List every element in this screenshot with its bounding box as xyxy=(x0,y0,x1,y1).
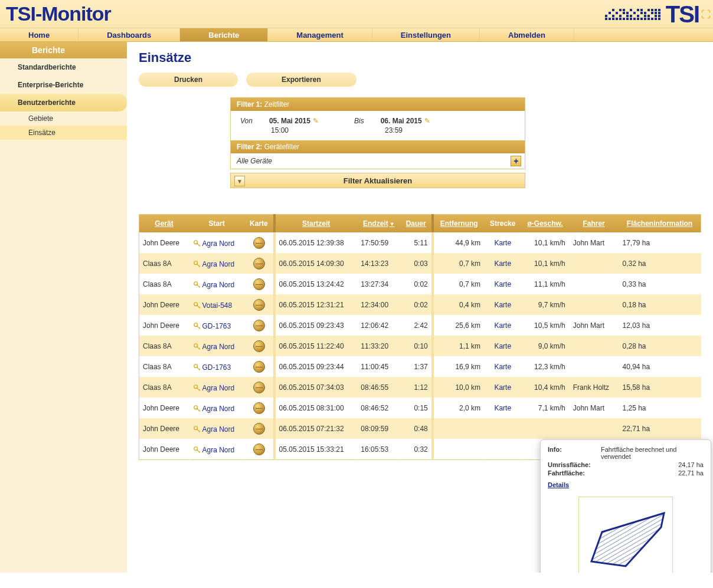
print-button[interactable]: Drucken xyxy=(139,73,238,87)
cell-strecke[interactable]: Karte xyxy=(485,315,521,336)
cell-strecke[interactable]: Karte xyxy=(485,232,521,253)
table-row: John DeereAgra Nord06.05.2015 08:31:0008… xyxy=(139,398,701,418)
cell-geraet: John Deere xyxy=(139,439,189,460)
main-nav: Home Dashboards Berichte Management Eins… xyxy=(0,28,713,42)
cell-strecke[interactable]: Karte xyxy=(485,356,521,377)
cell-start[interactable]: Agra Nord xyxy=(189,274,244,294)
globe-icon[interactable] xyxy=(253,258,265,270)
col-fahrer[interactable]: Fahrer xyxy=(569,215,619,233)
add-filter-button[interactable]: + xyxy=(511,156,521,166)
globe-icon[interactable] xyxy=(253,278,265,290)
cell-karte[interactable] xyxy=(244,377,274,398)
table-row: John DeereGD-176306.05.2015 09:23:4312:0… xyxy=(139,315,701,336)
cell-karte[interactable] xyxy=(244,274,274,294)
cell-karte[interactable] xyxy=(244,315,274,336)
cell-flaeche[interactable]: 22,71 ha xyxy=(619,418,701,439)
sidebar-item-benutzerberichte[interactable]: Benutzerberichte xyxy=(0,94,127,111)
key-icon xyxy=(193,239,201,248)
col-dauer[interactable]: Dauer xyxy=(401,215,433,233)
cell-strecke[interactable]: Karte xyxy=(485,253,521,274)
svg-line-16 xyxy=(197,346,199,349)
to-date[interactable]: 06. Mai 2015 xyxy=(381,117,422,125)
cell-dauer: 0:32 xyxy=(401,439,433,460)
cell-endzeit: 11:00:45 xyxy=(357,356,401,377)
cell-strecke[interactable]: Karte xyxy=(485,377,521,398)
cell-flaeche[interactable]: 40,94 ha xyxy=(619,356,701,377)
col-flaeche[interactable]: Flächeninformation xyxy=(619,215,701,233)
sidebar-sub-gebiete[interactable]: Gebiete xyxy=(0,111,127,126)
nav-management[interactable]: Management xyxy=(268,28,372,41)
cell-strecke[interactable]: Karte xyxy=(485,294,521,315)
export-button[interactable]: Exportieren xyxy=(246,73,356,87)
cell-karte[interactable] xyxy=(244,336,274,356)
cell-karte[interactable] xyxy=(244,356,274,377)
cell-karte[interactable] xyxy=(244,253,274,274)
cell-flaeche[interactable]: 17,79 ha xyxy=(619,232,701,253)
cell-strecke[interactable] xyxy=(485,439,521,460)
globe-icon[interactable] xyxy=(253,402,265,414)
cell-startzeit: 06.05.2015 07:34:03 xyxy=(274,377,357,398)
globe-icon[interactable] xyxy=(253,299,265,311)
nav-abmelden[interactable]: Abmelden xyxy=(480,28,574,41)
globe-icon[interactable] xyxy=(253,237,265,249)
cell-start[interactable]: GD-1763 xyxy=(189,315,244,336)
nav-home[interactable]: Home xyxy=(0,28,79,41)
cell-dauer: 0:15 xyxy=(401,398,433,418)
cell-karte[interactable] xyxy=(244,439,274,460)
cell-karte[interactable] xyxy=(244,418,274,439)
cell-flaeche[interactable]: 15,58 ha xyxy=(619,377,701,398)
globe-icon[interactable] xyxy=(253,444,265,455)
col-entfernung[interactable]: Entfernung xyxy=(433,215,485,233)
cell-start[interactable]: Agra Nord xyxy=(189,232,244,253)
cell-start[interactable]: Agra Nord xyxy=(189,439,244,460)
globe-icon[interactable] xyxy=(253,423,265,435)
details-link[interactable]: Details xyxy=(548,481,569,488)
cell-strecke[interactable]: Karte xyxy=(485,274,521,294)
filter-device-header: Filter 2: Gerätefilter xyxy=(231,140,525,153)
cell-start[interactable]: Agra Nord xyxy=(189,377,244,398)
col-endzeit[interactable]: Endzeit▼ xyxy=(357,215,401,233)
cell-start[interactable]: Agra Nord xyxy=(189,253,244,274)
cell-start[interactable]: Agra Nord xyxy=(189,336,244,356)
sidebar-item-standardberichte[interactable]: Standardberichte xyxy=(0,58,127,76)
pencil-icon[interactable]: ✎ xyxy=(424,117,430,125)
filter-update-button[interactable]: Filter Aktualisieren xyxy=(231,176,525,185)
cell-karte[interactable] xyxy=(244,398,274,418)
nav-einstellungen[interactable]: Einstellungen xyxy=(372,28,480,41)
col-start[interactable]: Start xyxy=(189,215,244,233)
pencil-icon[interactable]: ✎ xyxy=(313,117,319,125)
col-strecke[interactable]: Strecke xyxy=(485,215,521,233)
cell-strecke[interactable]: Karte xyxy=(485,336,521,356)
cell-flaeche[interactable]: 0,33 ha xyxy=(619,274,701,294)
col-geraet[interactable]: Gerät xyxy=(139,215,189,233)
cell-karte[interactable] xyxy=(244,294,274,315)
nav-berichte[interactable]: Berichte xyxy=(180,28,268,41)
popup-umriss-label: Umrissfläche: xyxy=(548,461,601,468)
cell-start[interactable]: GD-1763 xyxy=(189,356,244,377)
nav-dashboards[interactable]: Dashboards xyxy=(79,28,180,41)
globe-icon[interactable] xyxy=(253,382,265,393)
cell-karte[interactable] xyxy=(244,232,274,253)
globe-icon[interactable] xyxy=(253,340,265,352)
cell-flaeche[interactable]: 0,28 ha xyxy=(619,336,701,356)
cell-start[interactable]: Agra Nord xyxy=(189,418,244,439)
cell-start[interactable]: Agra Nord xyxy=(189,398,244,418)
fullscreen-icon[interactable]: ⛶ xyxy=(701,9,711,20)
cell-flaeche[interactable]: 12,03 ha xyxy=(619,315,701,336)
globe-icon[interactable] xyxy=(253,361,265,373)
cell-flaeche[interactable]: 0,32 ha xyxy=(619,253,701,274)
svg-line-19 xyxy=(197,367,199,370)
cell-fahrer xyxy=(569,253,619,274)
col-karte[interactable]: Karte xyxy=(244,215,274,233)
cell-strecke[interactable]: Karte xyxy=(485,398,521,418)
col-geschw[interactable]: ø-Geschw. xyxy=(521,215,569,233)
cell-strecke[interactable] xyxy=(485,418,521,439)
globe-icon[interactable] xyxy=(253,320,265,331)
cell-flaeche[interactable]: 0,18 ha xyxy=(619,294,701,315)
col-startzeit[interactable]: Startzeit xyxy=(274,215,357,233)
cell-flaeche[interactable]: 1,25 ha xyxy=(619,398,701,418)
cell-start[interactable]: Votai-548 xyxy=(189,294,244,315)
sidebar-item-enterprise[interactable]: Enterprise-Berichte xyxy=(0,76,127,94)
from-date[interactable]: 05. Mai 2015 xyxy=(269,117,310,125)
sidebar-sub-einsaetze[interactable]: Einsätze xyxy=(0,126,127,140)
